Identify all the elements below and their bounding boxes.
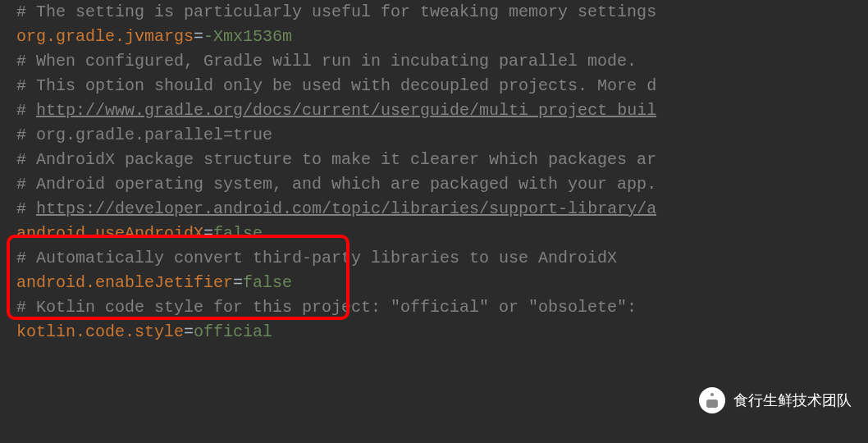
property-key: org.gradle.jvmargs: [16, 25, 194, 49]
code-line: # Kotlin code style for this project: "o…: [16, 295, 852, 320]
property-value: false: [243, 271, 292, 295]
code-line: # org.gradle.parallel=true: [16, 123, 852, 148]
code-line: # When configured, Gradle will run in in…: [16, 49, 852, 74]
code-line: # Android operating system, and which ar…: [16, 172, 852, 197]
comment-text: # This option should only be used with d…: [16, 74, 656, 98]
comment-text: # Android operating system, and which ar…: [16, 172, 656, 197]
property-value: -Xmx1536m: [203, 25, 292, 49]
comment-text: # AndroidX package structure to make it …: [16, 148, 656, 172]
property-value: false: [213, 222, 263, 246]
property-value: official: [194, 320, 272, 345]
url-link[interactable]: http://www.gradle.org/docs/current/userg…: [36, 98, 656, 123]
comment-text: # org.gradle.parallel=true: [16, 123, 272, 148]
code-line: android.enableJetifier=false: [16, 271, 852, 295]
code-line: # Automatically convert third-party libr…: [16, 246, 852, 271]
comment-text: # Automatically convert third-party libr…: [16, 246, 617, 271]
wechat-icon: [699, 387, 725, 413]
property-key: android.useAndroidX: [16, 222, 203, 246]
comment-text: # Kotlin code style for this project: "o…: [16, 295, 637, 320]
code-editor[interactable]: # The setting is particularly useful for…: [0, 0, 868, 345]
watermark: 食行生鲜技术团队: [699, 387, 852, 413]
url-link[interactable]: https://developer.android.com/topic/libr…: [36, 197, 656, 222]
code-line: org.gradle.jvmargs=-Xmx1536m: [16, 25, 852, 49]
code-line: # http://www.gradle.org/docs/current/use…: [16, 98, 852, 123]
code-line: # This option should only be used with d…: [16, 74, 852, 98]
comment-prefix: #: [16, 197, 36, 222]
code-line: kotlin.code.style=official: [16, 320, 852, 345]
comment-prefix: #: [16, 98, 36, 123]
comment-text: # When configured, Gradle will run in in…: [16, 49, 637, 74]
equals-sign: =: [194, 25, 203, 49]
code-line: # The setting is particularly useful for…: [16, 0, 852, 25]
code-line: # AndroidX package structure to make it …: [16, 148, 852, 172]
equals-sign: =: [184, 320, 194, 345]
comment-text: # The setting is particularly useful for…: [16, 0, 656, 25]
equals-sign: =: [203, 222, 213, 246]
property-key: android.enableJetifier: [16, 271, 233, 295]
property-key: kotlin.code.style: [16, 320, 184, 345]
equals-sign: =: [233, 271, 243, 295]
watermark-text: 食行生鲜技术团队: [733, 390, 852, 412]
code-line: android.useAndroidX=false: [16, 222, 852, 246]
code-line: # https://developer.android.com/topic/li…: [16, 197, 852, 222]
